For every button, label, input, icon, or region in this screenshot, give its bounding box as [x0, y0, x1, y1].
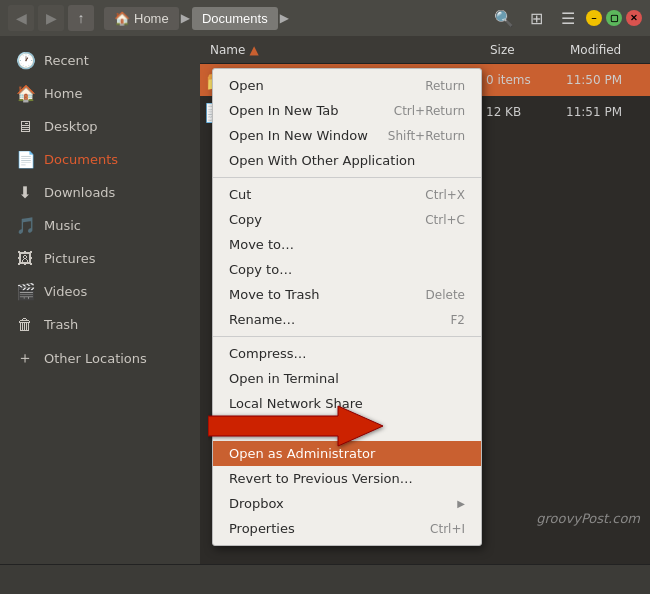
titlebar: ◀ ▶ ↑ 🏠 Home ▶ Documents ▶ 🔍 ⊞ ☰ – ▢ ✕: [0, 0, 650, 36]
sidebar-item-downloads[interactable]: ⬇ Downloads: [0, 176, 200, 209]
sidebar-item-desktop[interactable]: 🖥 Desktop: [0, 110, 200, 143]
sidebar-item-pictures[interactable]: 🖼 Pictures: [0, 242, 200, 275]
downloads-icon: ⬇: [16, 183, 34, 202]
watermark: groovyPost.com: [536, 511, 640, 526]
sidebar-item-home[interactable]: 🏠 Home: [0, 77, 200, 110]
ctx-separator-2: [213, 336, 481, 337]
file-header: Name ▲ Size Modified: [200, 36, 650, 64]
ctx-open-new-tab[interactable]: Open In New Tab Ctrl+Return: [213, 98, 481, 123]
window-controls: – ▢ ✕: [586, 10, 642, 26]
view-toggle-button[interactable]: ⊞: [522, 4, 550, 32]
breadcrumb-separator: ▶: [181, 11, 190, 25]
pictures-icon: 🖼: [16, 249, 34, 268]
up-button[interactable]: ↑: [68, 5, 94, 31]
ctx-send-to[interactable]: Send to…: [213, 416, 481, 441]
sidebar-item-trash[interactable]: 🗑 Trash: [0, 308, 200, 341]
ctx-open-other-app[interactable]: Open With Other Application: [213, 148, 481, 173]
ctx-compress[interactable]: Compress…: [213, 341, 481, 366]
ctx-open-terminal[interactable]: Open in Terminal: [213, 366, 481, 391]
add-icon: ＋: [16, 348, 34, 369]
videos-icon: 🎬: [16, 282, 34, 301]
main-layout: 🕐 Recent 🏠 Home 🖥 Desktop 📄 Documents ⬇ …: [0, 36, 650, 564]
documents-icon: 📄: [16, 150, 34, 169]
column-modified[interactable]: Modified: [560, 43, 650, 57]
sidebar-item-videos[interactable]: 🎬 Videos: [0, 275, 200, 308]
ctx-open[interactable]: Open Return: [213, 73, 481, 98]
menu-button[interactable]: ☰: [554, 4, 582, 32]
sidebar-item-music[interactable]: 🎵 Music: [0, 209, 200, 242]
breadcrumb-current[interactable]: Documents: [192, 7, 278, 30]
ctx-cut[interactable]: Cut Ctrl+X: [213, 182, 481, 207]
ctx-separator-1: [213, 177, 481, 178]
sidebar-item-other-locations[interactable]: ＋ Other Locations: [0, 341, 200, 376]
recent-icon: 🕐: [16, 51, 34, 70]
minimize-button[interactable]: –: [586, 10, 602, 26]
ctx-dropbox[interactable]: Dropbox: [213, 491, 481, 516]
ctx-move-to[interactable]: Move to…: [213, 232, 481, 257]
ctx-properties[interactable]: Properties Ctrl+I: [213, 516, 481, 541]
sidebar-item-recent[interactable]: 🕐 Recent: [0, 44, 200, 77]
ctx-move-trash[interactable]: Move to Trash Delete: [213, 282, 481, 307]
close-button[interactable]: ✕: [626, 10, 642, 26]
home-icon: 🏠: [16, 84, 34, 103]
search-button[interactable]: 🔍: [490, 4, 518, 32]
back-button[interactable]: ◀: [8, 5, 34, 31]
sidebar-item-documents[interactable]: 📄 Documents: [0, 143, 200, 176]
ctx-open-admin[interactable]: Open as Administrator: [213, 441, 481, 466]
ctx-rename[interactable]: Rename… F2: [213, 307, 481, 332]
maximize-button[interactable]: ▢: [606, 10, 622, 26]
breadcrumb-separator2: ▶: [280, 11, 289, 25]
sidebar: 🕐 Recent 🏠 Home 🖥 Desktop 📄 Documents ⬇ …: [0, 36, 200, 564]
breadcrumb-home[interactable]: 🏠 Home: [104, 7, 179, 30]
toolbar-icons: 🔍 ⊞ ☰: [490, 4, 582, 32]
breadcrumb: 🏠 Home ▶ Documents ▶: [104, 4, 480, 32]
forward-button[interactable]: ▶: [38, 5, 64, 31]
ctx-copy-to[interactable]: Copy to…: [213, 257, 481, 282]
column-name[interactable]: Name ▲: [200, 43, 480, 57]
statusbar: [0, 564, 650, 594]
trash-icon: 🗑: [16, 315, 34, 334]
column-size[interactable]: Size: [480, 43, 560, 57]
desktop-icon: 🖥: [16, 117, 34, 136]
file-pane: Name ▲ Size Modified 📁 Sample Folder 0 i…: [200, 36, 650, 564]
music-icon: 🎵: [16, 216, 34, 235]
ctx-open-new-window[interactable]: Open In New Window Shift+Return: [213, 123, 481, 148]
context-menu: Open Return Open In New Tab Ctrl+Return …: [212, 68, 482, 546]
ctx-revert[interactable]: Revert to Previous Version…: [213, 466, 481, 491]
ctx-local-network[interactable]: Local Network Share: [213, 391, 481, 416]
home-icon: 🏠: [114, 11, 130, 26]
ctx-copy[interactable]: Copy Ctrl+C: [213, 207, 481, 232]
